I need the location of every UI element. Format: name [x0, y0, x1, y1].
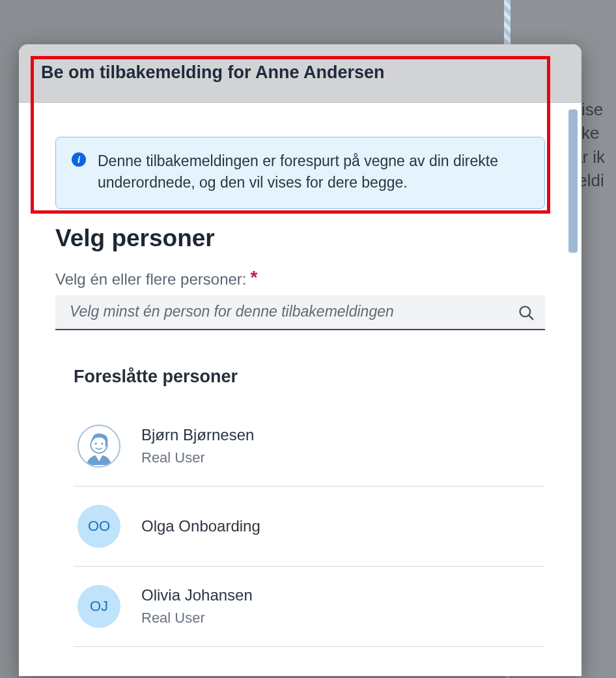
modal-body: i Denne tilbakemeldingen er forespurt på… [19, 103, 581, 675]
info-message: Denne tilbakemeldingen er forespurt på v… [98, 150, 529, 194]
person-name: Bjørn Bjørnesen [141, 426, 254, 444]
info-banner: i Denne tilbakemeldingen er forespurt på… [55, 137, 545, 209]
modal-header: Be om tilbakemelding for Anne Andersen [19, 44, 581, 103]
avatar-photo [77, 425, 120, 468]
info-icon: i [72, 152, 86, 167]
suggested-people-block: Foreslåtte personer [55, 367, 545, 647]
person-search-input[interactable] [55, 295, 545, 330]
person-role: Real User [141, 449, 254, 466]
svg-point-4 [95, 442, 97, 444]
modal-title: Be om tilbakemelding for Anne Andersen [41, 63, 559, 83]
feedback-modal: Be om tilbakemelding for Anne Andersen i… [19, 44, 581, 676]
search-icon[interactable] [518, 304, 535, 321]
person-name: Olga Onboarding [141, 517, 260, 535]
section-heading: Velg personer [55, 225, 545, 252]
field-label-text: Velg én eller flere personer: [55, 270, 247, 289]
suggested-person[interactable]: Bjørn Bjørnesen Real User [74, 406, 545, 487]
svg-point-0 [520, 306, 531, 317]
person-search-wrap [55, 295, 545, 330]
person-texts: Olivia Johansen Real User [141, 586, 253, 627]
avatar-initials: OO [77, 505, 120, 548]
modal-scrollbar[interactable] [568, 103, 578, 363]
avatar-initials: OJ [77, 585, 120, 628]
person-texts: Bjørn Bjørnesen Real User [141, 426, 254, 466]
scrollbar-thumb[interactable] [568, 109, 578, 253]
suggested-heading: Foreslåtte personer [74, 367, 545, 387]
person-name: Olivia Johansen [141, 586, 253, 604]
person-select-label: Velg én eller flere personer: * [55, 270, 545, 289]
svg-line-1 [529, 315, 533, 320]
info-icon-wrap: i [72, 150, 86, 167]
suggested-person[interactable]: OJ Olivia Johansen Real User [74, 567, 545, 647]
svg-point-5 [101, 442, 103, 444]
person-texts: Olga Onboarding [141, 517, 260, 535]
person-role: Real User [141, 610, 253, 627]
suggested-people-list: Bjørn Bjørnesen Real User OO Olga Onboar… [74, 406, 545, 647]
suggested-person[interactable]: OO Olga Onboarding [74, 487, 545, 567]
